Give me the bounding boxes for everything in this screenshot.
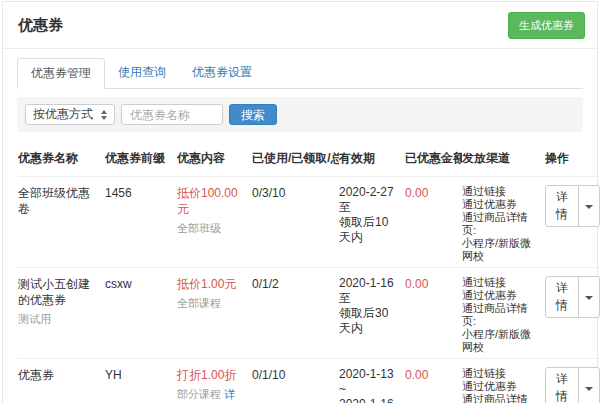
- discount-scope-line: 部分课程 详情: [177, 387, 246, 403]
- discounted-amount: 0.00: [405, 268, 462, 359]
- coupon-panel: 优惠券 生成优惠券 优惠券管理 使用查询 优惠券设置 按优惠方式 搜索 优惠券名…: [2, 1, 598, 403]
- filter-bar: 按优惠方式 搜索: [17, 97, 583, 132]
- coupon-name-cell: 优惠券: [18, 359, 105, 403]
- coupon-table-body: 全部班级优惠卷 1456 抵价100.00元 全部班级 0/3/10 2020-…: [18, 177, 599, 403]
- page-header: 优惠券 生成优惠券: [3, 2, 597, 49]
- coupon-content-cell: 抵价100.00元 全部班级: [177, 177, 252, 268]
- table-header-row: 优惠券名称 优惠券前缀 优惠内容 已使用/已领取/总数 有效期 已优惠金额 发放…: [18, 141, 599, 177]
- action-cell: 详情: [545, 268, 599, 359]
- coupon-content-cell: 打折1.00折 部分课程 详情: [177, 359, 252, 403]
- discount-scope-line: 全部班级: [177, 221, 246, 236]
- col-usage: 已使用/已领取/总数: [252, 141, 339, 177]
- action-cell: 详情: [545, 359, 599, 403]
- discount-scope: 全部班级: [177, 222, 221, 234]
- table-row: 全部班级优惠卷 1456 抵价100.00元 全部班级 0/3/10 2020-…: [18, 177, 599, 268]
- caret-down-icon: [585, 296, 593, 300]
- validity-period: 2020-1-16 至 领取后30天内: [339, 268, 405, 359]
- table-row: 测试小五创建的优惠券 测试用 csxw 抵价1.00元 全部课程 0/1/2 2…: [18, 268, 599, 359]
- discount-value: 抵价100.00元: [177, 185, 246, 217]
- caret-down-icon: [585, 205, 593, 209]
- validity-period: 2020-1-13 ~ 2020-1-16: [339, 359, 405, 403]
- detail-button-group: 详情: [545, 185, 600, 227]
- distribution-channels: 通过链接 通过优惠券 通过商品详情页: 小程序/新版微网校: [462, 177, 545, 268]
- discount-type-select-value: 按优惠方式: [33, 106, 93, 123]
- coupon-name-cell: 测试小五创建的优惠券 测试用: [18, 268, 105, 359]
- table-row: 优惠券 YH 打折1.00折 部分课程 详情 0/1/10 2020-1-13 …: [18, 359, 599, 403]
- col-coupon-content: 优惠内容: [177, 141, 252, 177]
- tab-usage-query[interactable]: 使用查询: [105, 58, 179, 89]
- select-updown-icon: [101, 110, 107, 120]
- detail-button[interactable]: 详情: [545, 185, 579, 227]
- tab-bar: 优惠券管理 使用查询 优惠券设置: [17, 58, 583, 89]
- discount-value: 抵价1.00元: [177, 276, 246, 292]
- caret-down-icon: [585, 387, 593, 391]
- discount-scope: 部分课程: [177, 388, 221, 400]
- col-channels: 发放渠道: [462, 141, 545, 177]
- distribution-channels: 通过链接 通过优惠券 通过商品详情页: 小程序/新版微网校: [462, 359, 545, 403]
- validity-period: 2020-2-27 至 领取后10天内: [339, 177, 405, 268]
- detail-button-group: 详情: [545, 276, 600, 318]
- distribution-channels: 通过链接 通过优惠券 通过商品详情页: 小程序/新版微网校: [462, 268, 545, 359]
- col-amount: 已优惠金额: [405, 141, 462, 177]
- generate-coupon-button[interactable]: 生成优惠券: [508, 12, 585, 39]
- action-cell: 详情: [545, 177, 599, 268]
- coupon-name-note: 测试用: [18, 312, 99, 327]
- usage-count: 0/1/10: [252, 359, 339, 403]
- col-actions: 操作: [545, 141, 599, 177]
- coupon-name: 测试小五创建的优惠券: [18, 276, 99, 308]
- detail-dropdown-button[interactable]: [578, 367, 600, 403]
- discount-value: 打折1.00折: [177, 367, 246, 383]
- detail-dropdown-button[interactable]: [578, 185, 600, 227]
- detail-dropdown-button[interactable]: [578, 276, 600, 318]
- coupon-name-cell: 全部班级优惠卷: [18, 177, 105, 268]
- discounted-amount: 0.00: [405, 359, 462, 403]
- coupon-table: 优惠券名称 优惠券前缀 优惠内容 已使用/已领取/总数 有效期 已优惠金额 发放…: [18, 141, 599, 403]
- detail-button-group: 详情: [545, 367, 600, 403]
- discount-scope-line: 全部课程: [177, 296, 246, 311]
- discount-scope: 全部课程: [177, 297, 221, 309]
- usage-count: 0/1/2: [252, 268, 339, 359]
- usage-count: 0/3/10: [252, 177, 339, 268]
- discount-type-select[interactable]: 按优惠方式: [25, 104, 115, 125]
- search-button[interactable]: 搜索: [229, 104, 277, 125]
- coupon-prefix: YH: [105, 359, 177, 403]
- coupon-name-input[interactable]: [121, 104, 223, 125]
- coupon-name: 优惠券: [18, 367, 99, 383]
- coupon-content-cell: 抵价1.00元 全部课程: [177, 268, 252, 359]
- discounted-amount: 0.00: [405, 177, 462, 268]
- coupon-name: 全部班级优惠卷: [18, 185, 99, 217]
- col-coupon-name: 优惠券名称: [18, 141, 105, 177]
- col-validity: 有效期: [339, 141, 405, 177]
- coupon-prefix: csxw: [105, 268, 177, 359]
- tab-coupon-manage[interactable]: 优惠券管理: [17, 58, 105, 89]
- page-title: 优惠券: [18, 16, 63, 35]
- coupon-prefix: 1456: [105, 177, 177, 268]
- tab-coupon-settings[interactable]: 优惠券设置: [179, 58, 265, 89]
- detail-button[interactable]: 详情: [545, 367, 579, 403]
- detail-button[interactable]: 详情: [545, 276, 579, 318]
- col-coupon-prefix: 优惠券前缀: [105, 141, 177, 177]
